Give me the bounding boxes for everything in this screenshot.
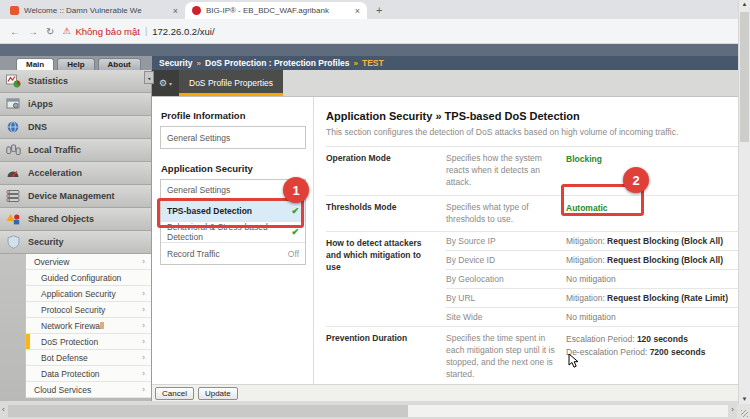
row-description: Specifies what type of thresholds to use… [446,202,566,226]
omnibox[interactable]: ⚠ Không bảo mật | 172.26.0.2/xui/ [62,26,214,37]
new-tab-button[interactable]: + [376,4,382,19]
statistics-icon [5,74,21,88]
dns-icon [5,120,21,134]
sidebar-item-shared-objects[interactable]: Shared Objects [0,208,151,231]
tab-about[interactable]: About [98,58,141,70]
sidebar-item-local-traffic[interactable]: Local Traffic [0,139,151,162]
sidebar-item-dns[interactable]: DNS [0,116,151,139]
submenu-item-dos-protection[interactable]: DoS Protection › [26,334,151,350]
sidebar-collapse-button[interactable]: ◂ [144,71,154,84]
application-security-header: Application Security [161,163,306,174]
detection-sub-rows: By Source IP Mitigation: Request Blockin… [446,232,738,326]
horizontal-scrollbar[interactable]: ‹ › [0,401,750,419]
scroll-right-icon[interactable]: › [731,406,734,414]
shared-objects-icon [5,212,21,226]
nav-item-label: General Settings [167,133,299,143]
row-label: Prevention Duration [326,333,446,381]
security-submenu: Overview › Guided Configuration Applicat… [25,254,151,398]
gear-menu-button[interactable]: ⚙ ▾ [152,70,179,96]
sidebar-item-label: Shared Objects [28,214,94,224]
breadcrumb: Security » DoS Protection : Protection P… [152,56,750,70]
scroll-up-icon[interactable]: ▲ [739,1,750,7]
row-detection-mitigation: How to detect attackers and which mitiga… [326,232,738,327]
submenu-label: Cloud Services [34,385,142,395]
hscroll-thumb[interactable] [8,405,408,417]
screenshot-root: Welcome :: Damn Vulnerable We × BIG-IP® … [0,0,750,419]
submenu-item-network-firewall[interactable]: Network Firewall › [26,318,151,334]
submenu-item-guided-configuration[interactable]: Guided Configuration [26,270,151,286]
hscroll-track[interactable] [8,405,728,417]
cancel-button[interactable]: Cancel [155,387,194,400]
update-button[interactable]: Update [198,387,238,400]
status-badge: Off [288,249,299,259]
browser-addressbar: ← → ↻ ⚠ Không bảo mật | 172.26.0.2/xui/ [0,19,750,44]
submenu-item-data-protection[interactable]: Data Protection › [26,366,151,382]
chevron-right-icon: › [142,305,145,314]
chevron-right-icon: › [142,353,145,362]
reload-icon[interactable]: ↻ [46,26,54,37]
sidebar-item-label: Acceleration [28,168,82,178]
browser-tab-dvwa[interactable]: Welcome :: Damn Vulnerable We × [3,2,185,19]
resize-grip[interactable] [737,404,750,419]
breadcrumb-separator-icon: » [354,59,358,68]
mitigation-value: No mitigation [566,312,616,322]
sub-row-label: Site Wide [446,312,566,322]
f5-top-band [0,44,750,56]
breadcrumb-current: TEST [362,58,384,68]
sidebar-item-acceleration[interactable]: Acceleration [0,162,151,185]
submenu-label: Network Firewall [41,321,142,331]
submenu-item-bot-defense[interactable]: Bot Defense › [26,350,151,366]
nav-item-record-traffic[interactable]: Record Traffic Off [161,243,305,264]
sub-row-by-device-id: By Device ID Mitigation: Request Blockin… [446,251,738,270]
local-traffic-icon [5,143,21,157]
sidebar-item-device-management[interactable]: Device Management [0,185,151,208]
close-icon[interactable]: × [173,6,178,16]
period-value: 120 seconds [637,334,688,344]
close-icon[interactable]: × [355,6,360,16]
scroll-down-icon[interactable]: ▼ [739,396,750,402]
chevron-right-icon: › [142,257,145,266]
f5-favicon [192,6,201,15]
mitigation-prefix: Mitigation: [566,293,607,303]
forward-icon[interactable]: → [28,26,38,37]
submenu-item-application-security[interactable]: Application Security › [26,286,151,302]
back-icon[interactable]: ← [10,26,20,37]
mitigation-value: Request Blocking (Block All) [607,255,723,265]
chevron-right-icon: › [142,321,145,330]
browser-tab-bigip[interactable]: BIG-IP® - EB_BDC_WAF.agribank × [185,2,367,19]
period-prefix: Escalation Period: [566,334,637,344]
breadcrumb-security[interactable]: Security [159,58,193,68]
tab-dos-profile-properties[interactable]: DoS Profile Properties [179,70,283,96]
sidebar-item-security[interactable]: Security [0,231,151,254]
sidebar-item-statistics[interactable]: Statistics [0,70,151,93]
submenu-item-protocol-security[interactable]: Protocol Security › [26,302,151,318]
submenu-label: Bot Defense [41,353,142,363]
mitigation-value: Request Blocking (Block All) [607,236,723,246]
mitigation-value: Request Blocking (Rate Limit) [607,293,728,303]
url-text[interactable]: 172.26.0.2/xui/ [152,26,214,37]
submenu-item-cloud-services[interactable]: Cloud Services › [26,382,151,398]
f5-main: Statistics iApps DNS Local Traffic [0,70,750,401]
sidebar-item-iapps[interactable]: iApps [0,93,151,116]
nav-item-general-settings[interactable]: General Settings [161,127,305,148]
tab-title: Welcome :: Damn Vulnerable We [24,6,168,15]
scroll-left-icon[interactable]: ‹ [2,406,5,414]
vscroll-thumb[interactable] [740,12,749,142]
submenu-item-overview[interactable]: Overview › [26,254,151,270]
sub-row-by-source-ip: By Source IP Mitigation: Request Blockin… [446,232,738,251]
sidebar-item-label: Statistics [28,76,68,86]
vertical-scrollbar[interactable]: ▲ ▼ [738,0,750,419]
row-operation-mode: Operation Mode Specifies how the system … [326,147,738,196]
security-warning-icon[interactable]: ⚠ [62,26,70,36]
f5-app-tabs: Main Help About [0,56,152,70]
tab-main[interactable]: Main [16,58,54,70]
sidebar-item-label: Local Traffic [28,145,81,155]
annotation-badge-1: 1 [283,177,309,203]
content-area: Profile Information General Settings App… [152,97,750,384]
tab-help[interactable]: Help [57,58,94,70]
annotation-badge-2: 2 [623,167,649,193]
annotation-rect-1 [157,198,304,228]
breadcrumb-dos-protection[interactable]: DoS Protection : Protection Profiles [205,58,350,68]
sub-row-label: By URL [446,293,566,303]
breadcrumb-separator-icon: » [197,59,201,68]
